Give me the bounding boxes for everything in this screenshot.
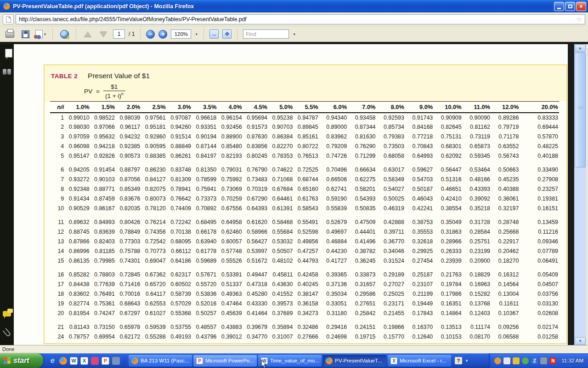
- taskbar-task-button[interactable]: BA 213 W11 (Pasc...: [129, 355, 192, 367]
- pv-cell: 0.82193: [217, 151, 243, 161]
- pv-cell: 0.48166: [463, 175, 491, 184]
- fit-width-button[interactable]: ↔: [209, 29, 219, 39]
- site-identity-button[interactable]: [3, 14, 14, 24]
- shield-tray-icon[interactable]: [513, 357, 520, 364]
- print-button[interactable]: [4, 28, 16, 40]
- pv-cell: 0.64393: [243, 204, 268, 213]
- pv-cell: 0.82075: [141, 184, 166, 194]
- email-button[interactable]: ▼: [35, 28, 47, 40]
- pv-cell: 0.47257: [294, 247, 319, 256]
- web-button[interactable]: [58, 28, 70, 40]
- messenger-quicklaunch-icon[interactable]: [112, 357, 120, 365]
- url-text: http://classes.lanecc.edu/file.php/24555…: [19, 16, 576, 23]
- attachments-panel-button[interactable]: [2, 328, 11, 337]
- pv-cell: 0.59627: [405, 165, 434, 175]
- firefox-quicklaunch-icon[interactable]: [59, 357, 67, 365]
- rate-header: 7.0%: [348, 102, 376, 113]
- pv-cell: 0.52598: [294, 227, 319, 237]
- save-button[interactable]: [19, 28, 31, 40]
- pv-cell: 0.81309: [167, 175, 192, 184]
- pv-cell: 0.62317: [167, 270, 192, 280]
- chevron-down-icon[interactable]: ▼: [465, 359, 469, 363]
- table-row: 210.811430.731500.659780.595390.537550.4…: [50, 322, 559, 332]
- word-quicklaunch-icon[interactable]: W: [70, 357, 78, 365]
- globe-icon: [60, 30, 69, 39]
- pv-cell: 0.80245: [243, 151, 268, 161]
- period-cell: 4: [50, 142, 65, 151]
- bookmarks-panel-button[interactable]: [3, 69, 11, 75]
- pv-cell: 0.97066: [90, 122, 116, 132]
- title-bar[interactable]: PV-PresentValueTable.pdf (application/pd…: [0, 0, 588, 12]
- pv-cell: 0.19866: [376, 322, 405, 332]
- zoom-dropdown-caret-icon[interactable]: ▼: [195, 33, 198, 36]
- period-cell: 17: [50, 280, 65, 289]
- pv-cell: 0.25842: [348, 309, 376, 318]
- taskbar-task-button[interactable]: PV-PresentValueT...: [323, 355, 386, 367]
- taskbar-task-button[interactable]: WTime_value_of_mo...: [258, 355, 322, 367]
- pv-cell: 0.97059: [65, 132, 90, 142]
- pv-cell: 0.27651: [348, 299, 376, 309]
- close-button[interactable]: ×: [576, 2, 586, 11]
- internet-explorer-quicklaunch-icon[interactable]: e: [49, 357, 57, 365]
- previous-page-button[interactable]: [82, 28, 94, 40]
- help-tray-button[interactable]: ?: [455, 357, 462, 364]
- scroll-up-icon[interactable]: ▲: [575, 44, 586, 52]
- pv-cell: 0.18270: [491, 256, 520, 266]
- pv-cell: 0.42888: [376, 218, 405, 227]
- pv-cell: 0.55839: [319, 204, 348, 213]
- tray-icons: ZN: [494, 357, 556, 364]
- volume-tray-icon[interactable]: [494, 357, 501, 364]
- pv-cell: 0.38147: [294, 289, 319, 299]
- scroll-down-icon[interactable]: ▼: [575, 337, 586, 345]
- update-tray-icon[interactable]: [522, 357, 529, 364]
- pv-cell: 0.90595: [141, 142, 166, 151]
- pv-cell: 0.78599: [192, 175, 217, 184]
- pv-cell: 0.66112: [167, 247, 192, 256]
- period-cell: 10: [50, 204, 65, 213]
- pv-cell: 0.47464: [217, 299, 243, 309]
- pv-cell: 0.53032: [268, 237, 294, 247]
- paint-tray-icon[interactable]: [503, 357, 510, 364]
- start-button[interactable]: start: [0, 353, 43, 368]
- bookmark-star-icon[interactable]: ☆: [576, 16, 582, 23]
- vertical-scrollbar[interactable]: ▲ ▼: [574, 44, 586, 345]
- fit-page-button[interactable]: ✥: [222, 29, 232, 39]
- pv-cell: 0.48102: [268, 256, 294, 266]
- pv-cell: 0.13768: [463, 299, 491, 309]
- norton-tray-icon[interactable]: N: [549, 357, 556, 364]
- zip-tray-icon[interactable]: Z: [531, 357, 538, 364]
- zoom-out-button[interactable]: −: [146, 30, 155, 39]
- find-input[interactable]: Find: [243, 29, 289, 39]
- taskbar-task-button[interactable]: XMicrosoft Excel - r...: [388, 355, 451, 367]
- pv-cell: 0.28584: [463, 227, 491, 237]
- minimize-button[interactable]: [554, 2, 564, 11]
- url-input[interactable]: http://classes.lanecc.edu/file.php/24555…: [16, 14, 585, 24]
- find-dropdown-caret-icon[interactable]: ▼: [293, 33, 296, 36]
- pv-cell: 0.62172: [116, 332, 141, 342]
- pv-cell: 0.92456: [217, 122, 243, 132]
- comments-panel-button[interactable]: [3, 311, 11, 316]
- rate-header: 1.5%: [90, 102, 116, 113]
- network-tray-icon[interactable]: [540, 357, 547, 364]
- pv-cell: 0.96154: [217, 113, 243, 122]
- zoom-level-select[interactable]: 120%: [171, 29, 191, 39]
- rate-header: 5.5%: [294, 102, 319, 113]
- scrollbar-thumb[interactable]: [575, 52, 586, 167]
- powerpoint-quicklaunch-icon[interactable]: P: [102, 357, 109, 365]
- page-number-input[interactable]: 1: [113, 29, 125, 39]
- pages-panel-button[interactable]: [6, 51, 7, 59]
- excel-quicklaunch-icon[interactable]: X: [80, 357, 88, 365]
- pv-cell: 0.64958: [217, 218, 243, 227]
- table-row: 170.844380.776390.714160.657200.605020.5…: [50, 280, 559, 289]
- toolbar-separator: [237, 29, 237, 40]
- key-quicklaunch-icon[interactable]: [91, 357, 99, 365]
- pv-cell: 0.94340: [319, 113, 348, 122]
- restore-button[interactable]: [565, 2, 575, 11]
- pv-cell: 0.90703: [268, 122, 294, 132]
- taskbar-task-button[interactable]: PMicrosoft PowerPo...: [193, 355, 257, 367]
- table-title: Present Value of $1: [88, 72, 150, 80]
- rate-header: 4.0%: [217, 102, 243, 113]
- next-page-button[interactable]: [97, 28, 109, 40]
- pv-cell: 0.83962: [319, 132, 348, 142]
- zoom-in-button[interactable]: +: [158, 30, 167, 39]
